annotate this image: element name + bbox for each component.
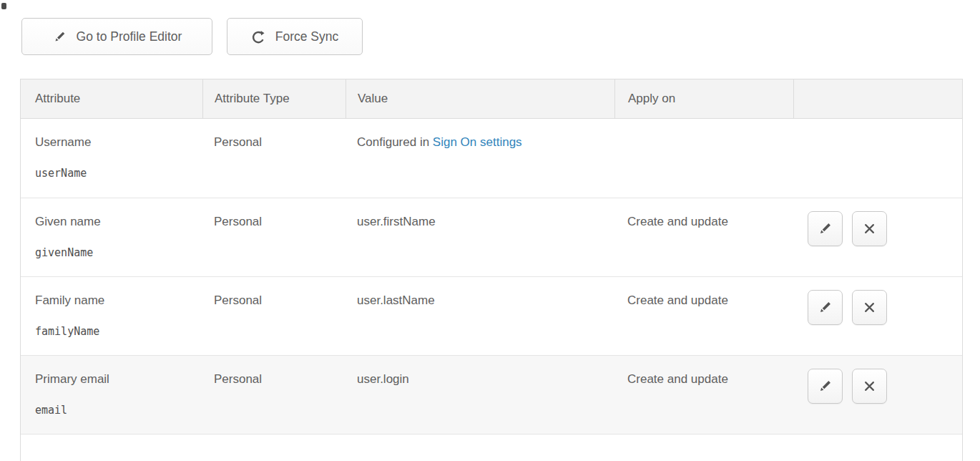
attribute-label: Family name <box>35 293 202 308</box>
sign-on-settings-link[interactable]: Sign On settings <box>433 135 522 149</box>
attribute-label: Primary email <box>35 372 202 387</box>
column-header-value: Value <box>346 79 614 118</box>
actions-cell <box>793 277 948 355</box>
force-sync-button[interactable]: Force Sync <box>227 18 363 55</box>
pencil-icon <box>52 29 67 44</box>
pencil-icon <box>817 378 833 394</box>
column-header-apply-on: Apply on <box>614 79 793 118</box>
go-to-profile-editor-button[interactable]: Go to Profile Editor <box>21 18 212 55</box>
delete-attribute-button[interactable] <box>852 369 887 404</box>
column-header-actions <box>793 79 948 118</box>
toolbar: Go to Profile Editor Force Sync <box>21 18 363 55</box>
table-row-partial <box>21 434 962 461</box>
edit-attribute-button[interactable] <box>808 290 843 325</box>
value-cell: user.login <box>346 356 614 434</box>
apply-on-cell <box>614 119 793 198</box>
attribute-cell: Family name familyName <box>21 277 202 355</box>
attribute-type-cell: Personal <box>202 198 346 276</box>
value-text: Configured in <box>357 135 433 149</box>
table-row-given-name: Given name givenName Personal user.first… <box>21 198 962 276</box>
attribute-variable-name: familyName <box>35 324 202 339</box>
attribute-type-cell: Personal <box>202 356 346 434</box>
table-row-username: Username userName Personal Configured in… <box>21 119 962 198</box>
delete-attribute-button[interactable] <box>852 290 887 325</box>
attribute-variable-name: email <box>35 403 202 418</box>
attribute-variable-name: userName <box>35 166 202 181</box>
column-header-attribute: Attribute <box>21 79 202 118</box>
close-icon <box>861 220 878 237</box>
actions-cell <box>793 198 948 276</box>
force-sync-label: Force Sync <box>275 29 339 44</box>
actions-cell <box>793 119 948 198</box>
refresh-icon <box>251 29 266 44</box>
value-cell: user.lastName <box>346 277 614 355</box>
edit-attribute-button[interactable] <box>808 369 843 404</box>
attribute-label: Username <box>35 135 202 150</box>
attribute-variable-name: givenName <box>35 246 202 261</box>
table-row-primary-email: Primary email email Personal user.login … <box>21 355 962 434</box>
value-cell: Configured in Sign On settings <box>346 119 614 198</box>
pencil-icon <box>817 220 833 237</box>
attribute-mappings-table: Attribute Attribute Type Value Apply on … <box>20 79 963 461</box>
attribute-type-cell: Personal <box>202 119 346 198</box>
apply-on-cell: Create and update <box>614 198 793 276</box>
attribute-cell: Given name givenName <box>21 198 202 276</box>
go-to-profile-editor-label: Go to Profile Editor <box>77 29 182 44</box>
attribute-cell: Username userName <box>21 119 202 198</box>
attribute-label: Given name <box>35 214 202 229</box>
apply-on-cell: Create and update <box>614 356 793 434</box>
delete-attribute-button[interactable] <box>852 211 887 246</box>
table-row-family-name: Family name familyName Personal user.las… <box>21 276 962 355</box>
table-header-row: Attribute Attribute Type Value Apply on <box>21 79 962 119</box>
column-header-attribute-type: Attribute Type <box>202 79 346 118</box>
value-cell: user.firstName <box>346 198 614 276</box>
actions-cell <box>793 356 948 434</box>
cropped-ui-fragment <box>1 3 6 9</box>
edit-attribute-button[interactable] <box>808 211 843 246</box>
close-icon <box>861 378 878 394</box>
apply-on-cell: Create and update <box>614 277 793 355</box>
attribute-cell: Primary email email <box>21 356 202 434</box>
close-icon <box>861 299 878 316</box>
attribute-type-cell: Personal <box>202 277 346 355</box>
pencil-icon <box>817 299 833 316</box>
